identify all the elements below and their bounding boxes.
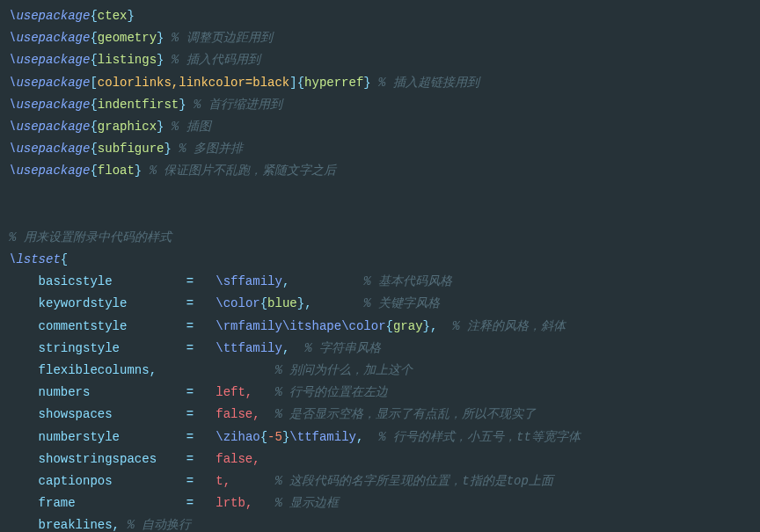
code-line: \usepackage{graphicx} % 插图 (9, 116, 751, 138)
lst-key: flexiblecolumns, (39, 363, 157, 377)
latex-command: \usepackage (9, 120, 90, 134)
comment: % 关键字风格 (363, 296, 440, 310)
latex-command: \usepackage (9, 142, 90, 156)
lst-key: commentstyle (39, 319, 128, 333)
comment: % 用来设置附录中代码的样式 (9, 230, 172, 244)
lst-key: showstringspaces (39, 452, 157, 466)
code-line: \usepackage[colorlinks,linkcolor=black]{… (9, 72, 751, 94)
latex-command: \usepackage (9, 76, 90, 90)
lst-value: false, (216, 407, 259, 421)
blank-line (9, 205, 751, 227)
comment: % 别问为什么，加上这个 (274, 363, 413, 377)
code-line: \lstset{ (9, 249, 751, 271)
lst-key: showspaces (39, 407, 113, 421)
code-line: showspaces = false, % 是否显示空格，显示了有点乱，所以不现… (9, 404, 751, 426)
lst-value: \itshape (282, 319, 341, 333)
comment: % 是否显示空格，显示了有点乱，所以不现实了 (275, 407, 537, 421)
number: -5 (267, 430, 282, 444)
code-line: basicstyle = \sffamily, % 基本代码风格 (9, 271, 751, 293)
lst-key: basicstyle (39, 274, 113, 288)
comment: % 插图 (172, 120, 211, 134)
package-name: graphicx (98, 120, 157, 134)
color-arg: gray (393, 319, 423, 333)
code-line: \usepackage{indentfirst} % 首行缩进用到 (9, 94, 751, 116)
lst-value: \color (216, 296, 259, 310)
blank-line (9, 183, 751, 205)
code-line: numbers = left, % 行号的位置在左边 (9, 382, 751, 404)
code-line: numberstyle = \zihao{-5}\ttfamily, % 行号的… (9, 426, 751, 448)
comment: % 字符串风格 (304, 341, 381, 355)
code-line: commentstyle = \rmfamily\itshape\color{g… (9, 316, 751, 338)
package-name: float (98, 164, 135, 178)
lst-key: captionpos (39, 474, 113, 488)
comment: % 自动换行 (127, 518, 191, 532)
code-line: flexiblecolumns, % 别问为什么，加上这个 (9, 360, 751, 382)
code-line: breaklines, % 自动换行 (9, 514, 751, 532)
color-arg: blue (267, 296, 297, 310)
code-line: captionpos = t, % 这段代码的名字所呈现的位置，t指的是top上… (9, 470, 751, 492)
package-name: listings (98, 53, 157, 67)
latex-command: \usepackage (9, 31, 90, 45)
latex-command: \usepackage (9, 164, 90, 178)
code-line: \usepackage{ctex} (9, 5, 751, 27)
code-line: frame = lrtb, % 显示边框 (9, 492, 751, 514)
lst-value: \ttfamily (289, 430, 356, 444)
package-name: geometry (98, 31, 157, 45)
comment: % 基本代码风格 (363, 274, 452, 288)
lst-key: stringstyle (39, 341, 120, 355)
comment: % 插入超链接用到 (378, 76, 479, 90)
lst-key: numberstyle (39, 430, 120, 444)
lst-key: frame (39, 496, 76, 510)
lst-value: \color (341, 319, 385, 333)
lst-value: \ttfamily (216, 341, 282, 355)
comment: % 显示边框 (275, 496, 340, 510)
comment: % 调整页边距用到 (172, 31, 273, 45)
comment: % 保证图片不乱跑，紧随文字之后 (150, 164, 337, 178)
lst-value: \rmfamily (216, 319, 282, 333)
latex-command: \usepackage (9, 98, 90, 112)
code-line: \usepackage{listings} % 插入代码用到 (9, 49, 751, 71)
lst-key: numbers (39, 385, 91, 399)
lst-value: lrtb, (216, 496, 252, 510)
latex-command: \lstset (9, 252, 61, 266)
latex-command: \usepackage (9, 9, 90, 23)
comment: % 注释的风格，斜体 (452, 319, 566, 333)
package-name: subfigure (98, 142, 164, 156)
package-name: ctex (98, 9, 128, 23)
latex-code-block: \usepackage{ctex} \usepackage{geometry} … (0, 0, 760, 532)
lst-value: false, (216, 452, 259, 466)
comment: % 首行缩进用到 (194, 98, 282, 112)
comment: % 这段代码的名字所呈现的位置，t指的是top上面 (275, 474, 553, 488)
package-name: indentfirst (98, 98, 179, 112)
package-options: colorlinks,linkcolor=black (98, 76, 289, 90)
code-line: \usepackage{geometry} % 调整页边距用到 (9, 27, 751, 49)
code-line: keywordstyle = \color{blue}, % 关键字风格 (9, 293, 751, 315)
lst-key: keywordstyle (39, 296, 128, 310)
lst-value: \zihao (216, 430, 259, 444)
comment: % 行号的位置在左边 (275, 385, 389, 399)
code-line: stringstyle = \ttfamily, % 字符串风格 (9, 338, 751, 360)
comment: % 多图并排 (179, 142, 243, 156)
comment: % 行号的样式，小五号，tt等宽字体 (378, 430, 581, 444)
package-name: hyperref (304, 76, 363, 90)
lst-key: breaklines, (39, 518, 120, 532)
code-line: showstringspaces = false, (9, 448, 751, 470)
code-line: \usepackage{subfigure} % 多图并排 (9, 138, 751, 160)
latex-command: \usepackage (9, 53, 90, 67)
comment: % 插入代码用到 (172, 53, 260, 67)
lst-value: \sffamily (216, 274, 282, 288)
code-line: % 用来设置附录中代码的样式 (9, 227, 751, 249)
code-line: \usepackage{float} % 保证图片不乱跑，紧随文字之后 (9, 160, 751, 182)
lst-value: t, (216, 474, 230, 488)
lst-value: left, (216, 385, 252, 399)
